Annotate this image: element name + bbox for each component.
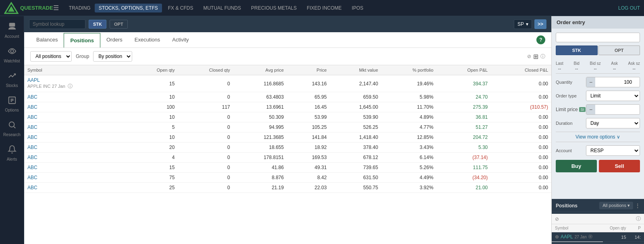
cell-closed-pl: 0.00 <box>491 183 551 193</box>
mini-row-symbol: ⊕ AAPL 27 Jan ⓔ <box>552 232 603 242</box>
positions-mini-filter[interactable]: All positions ▾ <box>599 202 633 209</box>
cell-symbol: ABC <box>24 132 129 143</box>
limit-price-decrease-button[interactable]: − <box>586 105 595 114</box>
cell-avg-price: 41.86 <box>233 163 287 173</box>
trading-link[interactable]: TRADING <box>65 4 95 12</box>
mini-expand-icon[interactable]: ⊕ <box>555 234 559 240</box>
order-type-select[interactable]: Limit Market Stop <box>586 91 640 101</box>
duration-label: Duration <box>556 121 586 126</box>
positions-table-container: Symbol Open qty Closed qty Avg price Pri… <box>24 65 551 244</box>
symbol-link-9[interactable]: ABC <box>27 175 37 180</box>
duration-select[interactable]: Day GTC GTD <box>586 118 640 128</box>
main-layout: Account Watchlist Stocks Options Researc… <box>0 16 644 244</box>
order-symbol-input[interactable] <box>556 33 640 42</box>
buy-button[interactable]: Buy <box>556 160 597 172</box>
mini-filter-icon[interactable]: ⊘ <box>555 216 559 222</box>
positions-mini-dots-icon[interactable]: ⋮ <box>635 203 640 209</box>
filter-icon[interactable]: ⊘ <box>527 54 531 59</box>
tab-balances[interactable]: Balances <box>30 33 64 48</box>
order-panel-body: STK OPT Last -- Bid -- Bid sz -- Ask <box>552 29 644 199</box>
symbol-link-0[interactable]: AAPL <box>27 77 40 83</box>
table-row: ABC10063.480365.95659.505.98%24.700.00 <box>24 92 551 102</box>
limit-price-row: Limit price SI − + <box>556 104 640 115</box>
mini-date-icon[interactable]: ⓔ <box>588 234 592 240</box>
nav-ipos[interactable]: IPOS <box>348 4 368 12</box>
view-more-options[interactable]: View more options ∨ <box>556 132 640 142</box>
symbol-link-2[interactable]: ABC <box>27 104 37 110</box>
cell-price: 16.45 <box>287 102 330 112</box>
cell-price: 49.31 <box>287 163 330 173</box>
symbol-link-10[interactable]: ABC <box>27 185 37 190</box>
tab-activity[interactable]: Activity <box>166 33 195 48</box>
tab-executions[interactable]: Executions <box>129 33 166 48</box>
cell-pct-portfolio: 4.77% <box>381 122 436 132</box>
cell-price: 8.42 <box>287 173 330 183</box>
cell-closed-pl: 0.00 <box>491 143 551 153</box>
cell-open-pl: 36.81 <box>436 112 491 122</box>
limit-price-input[interactable] <box>595 105 640 114</box>
info-icon[interactable]: ⓘ <box>540 53 545 60</box>
cell-price: 105.25 <box>287 122 330 132</box>
positions-mini-table: ⊘ ⓘ Symbol Open qty P ⊕ <box>552 214 644 242</box>
order-opt-button[interactable]: OPT <box>598 45 640 55</box>
ask-size: Ask sz -- <box>628 61 640 71</box>
by-position-select[interactable]: By position <box>93 51 132 62</box>
mini-col-spacer <box>603 214 629 224</box>
cell-price: 22.03 <box>287 183 330 193</box>
left-sidebar: Account Watchlist Stocks Options Researc… <box>0 16 24 244</box>
cell-open-pl: (34.20) <box>436 173 491 183</box>
row-info-icon[interactable]: ⓘ <box>68 83 73 89</box>
nav-stocks-options[interactable]: STOCKS, OPTIONS, ETFS <box>95 4 162 12</box>
sidebar-item-options[interactable]: Options <box>0 92 24 116</box>
options-icon <box>8 96 17 107</box>
nav-mutual[interactable]: MUTUAL FUNDS <box>199 4 245 12</box>
sidebar-item-watchlist[interactable]: Watchlist <box>0 43 24 67</box>
opt-button[interactable]: OPT <box>110 20 128 29</box>
mini-col-info: ⓘ <box>629 214 644 224</box>
sidebar-item-alerts[interactable]: Alerts <box>0 141 24 165</box>
nav-precious[interactable]: PRECIOUS METALS <box>247 4 301 12</box>
expand-button[interactable]: >> <box>534 19 546 29</box>
symbol-link-5[interactable]: ABC <box>27 134 37 140</box>
table-row: ABC40178.8151169.53678.126.14%(37.14)0.0… <box>24 153 551 163</box>
cell-avg-price: 121.3685 <box>233 132 287 143</box>
symbol-link-3[interactable]: ABC <box>27 114 37 120</box>
order-stk-button[interactable]: STK <box>556 45 598 55</box>
cell-symbol: ABC <box>24 112 129 122</box>
symbol-input[interactable] <box>29 19 85 29</box>
tab-orders[interactable]: Orders <box>100 33 129 48</box>
help-button[interactable]: ? <box>536 35 545 44</box>
mini-row-p: 14: <box>629 232 644 242</box>
si-badge[interactable]: SI <box>579 107 586 112</box>
quantity-input[interactable] <box>595 78 640 87</box>
logout-button[interactable]: LOG OUT <box>618 5 640 11</box>
sidebar-item-research[interactable]: Research <box>0 116 24 141</box>
symbol-link-6[interactable]: ABC <box>27 145 37 150</box>
mini-symbol-link[interactable]: AAPL <box>561 234 573 240</box>
symbol-link-4[interactable]: ABC <box>27 124 37 130</box>
sidebar-item-stocks[interactable]: Stocks <box>0 67 24 92</box>
symbol-link-8[interactable]: ABC <box>27 165 37 170</box>
sidebar-item-account[interactable]: Account <box>0 18 24 43</box>
nav-fixed[interactable]: FIXED INCOME <box>303 4 346 12</box>
symbol-link-7[interactable]: ABC <box>27 155 37 160</box>
quantity-decrease-button[interactable]: − <box>586 77 595 87</box>
cell-open-qty: 10 <box>129 132 178 143</box>
table-row: AAPLAPPLE INC 27 Jan ⓘ150116.8685143.162… <box>24 75 551 92</box>
account-select[interactable]: RESP TFSA RRSP <box>586 145 640 156</box>
positions-table: Symbol Open qty Closed qty Avg price Pri… <box>24 65 551 193</box>
cell-mkt-value: 1,645.00 <box>330 102 381 112</box>
stk-button[interactable]: STK <box>89 20 106 29</box>
cell-pct-portfolio: 3.92% <box>381 183 436 193</box>
cell-open-pl: 24.70 <box>436 92 491 102</box>
tab-positions[interactable]: Positions <box>64 33 100 48</box>
account-label: Account <box>556 148 586 153</box>
all-positions-select[interactable]: All positions <box>30 51 72 62</box>
sell-button[interactable]: Sell <box>599 160 640 172</box>
sp-select[interactable]: SP ▾ <box>514 19 532 29</box>
hamburger-icon[interactable]: ☰ <box>53 4 59 12</box>
mini-info-icon[interactable]: ⓘ <box>636 216 641 221</box>
symbol-link-1[interactable]: ABC <box>27 94 37 100</box>
nav-fx[interactable]: FX & CFDS <box>164 4 197 12</box>
columns-icon[interactable]: ⊞ <box>533 53 538 60</box>
